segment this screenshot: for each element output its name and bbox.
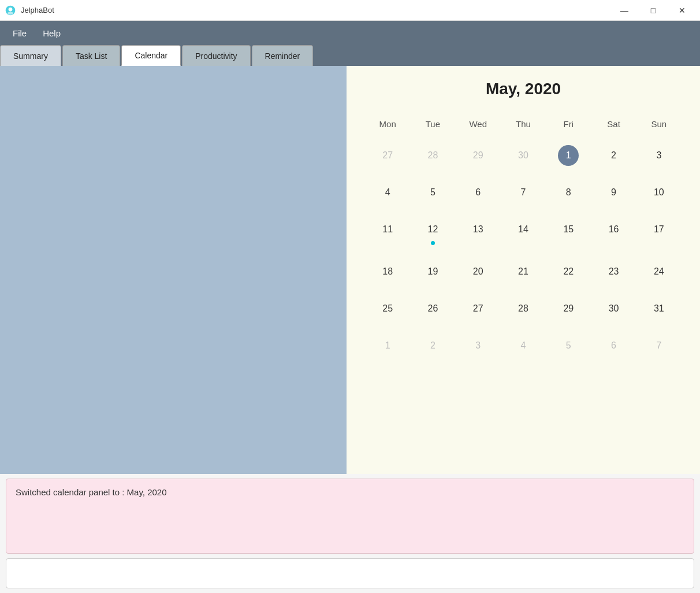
calendar-cell[interactable]: 20 bbox=[456, 254, 501, 289]
calendar-cell[interactable]: 2 bbox=[410, 328, 455, 363]
calendar-week-3: 11 12 13 14 15 16 17 bbox=[365, 212, 682, 252]
calendar-cell[interactable]: 4 bbox=[501, 328, 546, 363]
status-panel: Switched calendar panel to : May, 2020 bbox=[6, 479, 694, 554]
day-header-wed: Wed bbox=[456, 114, 501, 134]
calendar-week-1: 27 28 29 30 1 2 3 bbox=[365, 138, 682, 173]
menu-file[interactable]: File bbox=[5, 25, 35, 42]
calendar-cell-event[interactable]: 12 bbox=[410, 212, 455, 252]
calendar-panel: May, 2020 Mon Tue Wed Thu Fri Sat Sun 27… bbox=[347, 66, 700, 474]
calendar-cell[interactable]: 27 bbox=[365, 138, 410, 173]
close-button[interactable]: ✕ bbox=[669, 1, 695, 20]
tab-productivity[interactable]: Productivity bbox=[182, 45, 250, 66]
day-header-sun: Sun bbox=[636, 114, 682, 134]
calendar-cell[interactable]: 19 bbox=[410, 254, 455, 289]
calendar-cell[interactable]: 5 bbox=[410, 175, 455, 210]
status-message: Switched calendar panel to : May, 2020 bbox=[16, 487, 167, 497]
calendar-cell[interactable]: 18 bbox=[365, 254, 410, 289]
main-wrapper: May, 2020 Mon Tue Wed Thu Fri Sat Sun 27… bbox=[0, 66, 700, 593]
svg-point-1 bbox=[9, 8, 13, 12]
calendar-week-2: 4 5 6 7 8 9 10 bbox=[365, 175, 682, 210]
calendar-grid: Mon Tue Wed Thu Fri Sat Sun 27 28 29 30 … bbox=[365, 114, 682, 363]
day-header-thu: Thu bbox=[501, 114, 546, 134]
svg-point-2 bbox=[8, 12, 13, 14]
calendar-cell[interactable]: 26 bbox=[410, 291, 455, 326]
calendar-title: May, 2020 bbox=[365, 80, 682, 98]
titlebar: JelphaBot — □ ✕ bbox=[0, 0, 700, 21]
app-icon bbox=[5, 5, 16, 16]
main-content: May, 2020 Mon Tue Wed Thu Fri Sat Sun 27… bbox=[0, 66, 700, 474]
day-header-tue: Tue bbox=[410, 114, 455, 134]
calendar-cell[interactable]: 8 bbox=[546, 175, 591, 210]
app-title: JelphaBot bbox=[21, 6, 54, 14]
menu-help[interactable]: Help bbox=[35, 25, 69, 42]
calendar-cell[interactable]: 30 bbox=[501, 138, 546, 173]
calendar-cell[interactable]: 22 bbox=[546, 254, 591, 289]
calendar-cell[interactable]: 13 bbox=[456, 212, 501, 252]
calendar-cell[interactable]: 31 bbox=[636, 291, 682, 326]
calendar-week-5: 25 26 27 28 29 30 31 bbox=[365, 291, 682, 326]
calendar-cell[interactable]: 16 bbox=[591, 212, 636, 252]
titlebar-left: JelphaBot bbox=[5, 5, 54, 16]
calendar-cell[interactable]: 1 bbox=[365, 328, 410, 363]
tab-summary[interactable]: Summary bbox=[0, 45, 61, 66]
menubar: File Help bbox=[0, 21, 700, 45]
calendar-cell[interactable]: 29 bbox=[546, 291, 591, 326]
day-header-sat: Sat bbox=[591, 114, 636, 134]
calendar-cell[interactable]: 27 bbox=[456, 291, 501, 326]
calendar-cell[interactable]: 11 bbox=[365, 212, 410, 252]
bottom-area: Switched calendar panel to : May, 2020 bbox=[0, 474, 700, 593]
calendar-cell[interactable]: 4 bbox=[365, 175, 410, 210]
calendar-cell[interactable]: 24 bbox=[636, 254, 682, 289]
calendar-cell[interactable]: 15 bbox=[546, 212, 591, 252]
calendar-week-6: 1 2 3 4 5 6 7 bbox=[365, 328, 682, 363]
input-panel[interactable] bbox=[6, 558, 694, 588]
calendar-cell[interactable]: 6 bbox=[456, 175, 501, 210]
calendar-cell[interactable]: 21 bbox=[501, 254, 546, 289]
maximize-button[interactable]: □ bbox=[640, 1, 667, 20]
left-panel bbox=[0, 66, 347, 474]
calendar-header-row: Mon Tue Wed Thu Fri Sat Sun bbox=[365, 114, 682, 134]
tab-reminder[interactable]: Reminder bbox=[252, 45, 314, 66]
calendar-cell[interactable]: 28 bbox=[501, 291, 546, 326]
tab-calendar[interactable]: Calendar bbox=[121, 45, 181, 66]
calendar-cell[interactable]: 25 bbox=[365, 291, 410, 326]
calendar-cell[interactable]: 28 bbox=[410, 138, 455, 173]
chat-input[interactable] bbox=[11, 564, 689, 573]
calendar-cell[interactable]: 2 bbox=[591, 138, 636, 173]
calendar-cell[interactable]: 6 bbox=[591, 328, 636, 363]
calendar-cell[interactable]: 30 bbox=[591, 291, 636, 326]
calendar-cell[interactable]: 3 bbox=[456, 328, 501, 363]
calendar-cell[interactable]: 14 bbox=[501, 212, 546, 252]
calendar-cell[interactable]: 10 bbox=[636, 175, 682, 210]
calendar-cell[interactable]: 5 bbox=[546, 328, 591, 363]
minimize-button[interactable]: — bbox=[611, 1, 638, 20]
day-header-fri: Fri bbox=[546, 114, 591, 134]
calendar-cell[interactable]: 7 bbox=[636, 328, 682, 363]
calendar-cell[interactable]: 3 bbox=[636, 138, 682, 173]
calendar-cell[interactable]: 29 bbox=[456, 138, 501, 173]
calendar-cell[interactable]: 17 bbox=[636, 212, 682, 252]
tabbar: Summary Task List Calendar Productivity … bbox=[0, 45, 700, 66]
day-header-mon: Mon bbox=[365, 114, 410, 134]
calendar-cell[interactable]: 9 bbox=[591, 175, 636, 210]
calendar-cell-today[interactable]: 1 bbox=[546, 138, 591, 173]
calendar-cell[interactable]: 23 bbox=[591, 254, 636, 289]
calendar-week-4: 18 19 20 21 22 23 24 bbox=[365, 254, 682, 289]
calendar-cell[interactable]: 7 bbox=[501, 175, 546, 210]
tab-tasklist[interactable]: Task List bbox=[62, 45, 120, 66]
window-controls: — □ ✕ bbox=[611, 1, 695, 20]
